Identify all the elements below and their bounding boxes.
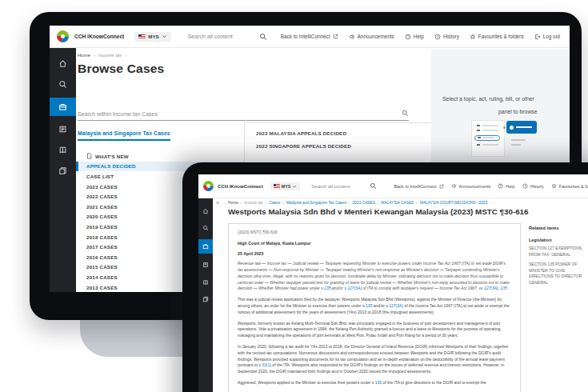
- rail-copy-icon[interactable]: [198, 294, 213, 306]
- announcements-button[interactable]: Announcements: [349, 34, 394, 40]
- favourites-button[interactable]: Favourites & folders: [470, 34, 524, 40]
- related-link-section-135[interactable]: SECTION 135 POWER OF MINISTER TO GIVE DI…: [529, 262, 586, 286]
- global-search-input[interactable]: Search all content: [311, 184, 350, 189]
- case-paragraph: Aggrieved, Westports applied to the Mini…: [238, 380, 511, 386]
- megaphone-icon: [349, 34, 355, 40]
- rail-archive-icon[interactable]: [198, 259, 213, 271]
- text-run: Westports, formerly known as Kelang Mult…: [238, 321, 502, 338]
- rail-home-icon[interactable]: [50, 56, 76, 71]
- chevron-down-icon: [292, 184, 297, 189]
- rail-book-icon[interactable]: [50, 142, 76, 158]
- inline-section-link[interactable]: 127(3A): [347, 286, 362, 290]
- logout-icon: [534, 34, 541, 40]
- result-2023-malaysia-appeals[interactable]: 2023 MALAYSIA APPEALS DECIDED: [245, 123, 431, 136]
- header-nav: Back to IntelliConnect Announcements Hel…: [394, 183, 588, 189]
- breadcrumb-income-tax[interactable]: Income tax: [244, 201, 262, 205]
- history-button[interactable]: History: [522, 183, 544, 189]
- inline-section-link[interactable]: 135: [501, 286, 507, 290]
- help-button[interactable]: Help: [405, 34, 424, 40]
- malaysia-flag-icon: [138, 34, 146, 39]
- rail-search-icon[interactable]: [50, 77, 76, 92]
- brand-name: CCH iKnowConnect: [218, 184, 263, 189]
- rail-browse-icon[interactable]: [198, 239, 213, 254]
- breadcrumb-my-sg-tax-cases[interactable]: Malaysia and Singapore Tax Cases: [286, 201, 346, 205]
- brand-logo-icon: [57, 30, 69, 42]
- external-link-icon: [333, 34, 338, 39]
- list-item-label: 2021 CASES: [86, 204, 118, 210]
- list-item-label: 2018 CASES: [86, 234, 118, 240]
- illustration-connector-dot: [503, 126, 506, 129]
- history-icon: [434, 34, 441, 40]
- back-to-intelliconnect-link[interactable]: Back to IntelliConnect: [281, 34, 338, 39]
- header-nav: Back to IntelliConnect Announcements Hel…: [281, 34, 560, 40]
- favourites-button[interactable]: Favourites & folders: [551, 183, 588, 189]
- inline-section-link[interactable]: 33(1): [262, 362, 271, 367]
- global-search-input[interactable]: Search all content: [188, 34, 233, 39]
- breadcrumb-income-tax[interactable]: Income tax: [98, 53, 122, 58]
- history-button[interactable]: History: [434, 34, 459, 40]
- region-selector[interactable]: MYS: [134, 32, 170, 42]
- announcements-button[interactable]: Announcements: [451, 183, 491, 189]
- case-catchwords: Revenue law — Income tax — Judicial revi…: [238, 261, 511, 292]
- breadcrumb: Home› Income tax› Cases› Malaysia and Si…: [228, 201, 491, 205]
- rail-home-icon[interactable]: [198, 205, 213, 217]
- list-item-label: 2015 CASES: [86, 264, 118, 270]
- star-icon: [551, 183, 557, 189]
- breadcrumb-court-decisions-2023[interactable]: MALAYSIA COURT DECISIONS - 2023: [420, 201, 487, 205]
- inline-section-link[interactable]: 127(3A): [389, 303, 403, 308]
- help-icon: [498, 183, 503, 189]
- breadcrumb-cases[interactable]: Cases: [269, 201, 280, 205]
- breadcrumb-separator: ›: [490, 201, 491, 205]
- tab-malaysia-singapore-tax-cases[interactable]: Malaysia and Singapore Tax Cases: [78, 130, 170, 141]
- help-button[interactable]: Help: [498, 183, 514, 189]
- text-run: of ITA to comply with taxpayer's request…: [362, 286, 484, 290]
- result-2022-singapore-appeals[interactable]: 2022 SINGAPORE APPEALS DECIDED: [245, 136, 431, 149]
- rail-expand-chevrons[interactable]: »: [216, 200, 219, 206]
- inline-section-link[interactable]: 135: [375, 380, 382, 385]
- case-date: 25 April 2023: [238, 250, 511, 257]
- scoped-search-field[interactable]: Search within Income tax Cases: [78, 105, 409, 121]
- list-item-label: CASE LIST: [86, 174, 114, 179]
- breadcrumb-2023-cases[interactable]: 2023 CASES: [352, 201, 374, 205]
- breadcrumb-separator: ›: [125, 53, 126, 58]
- rail-browse-icon[interactable]: [50, 98, 76, 116]
- breadcrumb-home[interactable]: Home: [78, 53, 90, 58]
- illustration-selected-card: [506, 121, 537, 134]
- rail-search-icon[interactable]: [198, 222, 213, 234]
- breadcrumb-separator: ›: [378, 201, 379, 205]
- breadcrumb-home[interactable]: Home: [228, 201, 238, 205]
- text-run: of the ITA to give directions to the DGI…: [382, 380, 486, 385]
- list-illustration: [471, 120, 505, 157]
- breadcrumb: Home › Income tax ›: [78, 53, 126, 58]
- search-icon[interactable]: [370, 182, 377, 190]
- app-rail: [50, 48, 76, 292]
- list-item-label: 2022 CASES: [86, 194, 118, 199]
- list-item-whats-new[interactable]: WHAT'S NEW: [76, 151, 244, 162]
- back-to-intelliconnect-link[interactable]: Back to IntelliConnect: [394, 184, 443, 189]
- rail-book-icon[interactable]: [198, 276, 213, 288]
- region-selector[interactable]: MYS: [270, 182, 301, 190]
- illustration-highlighted-row: [474, 135, 500, 141]
- preview-hint-line2: panel to browse: [498, 109, 538, 114]
- related-link-section-127[interactable]: SECTION 127 EXEMPTIONS FROM TAX: GENERAL: [529, 246, 586, 258]
- case-court: High Court of Malaya, Kuala Lumpur: [238, 240, 511, 246]
- list-item-label: 2020 CASES: [86, 214, 118, 219]
- brand-name: CCH iKnowConnect: [74, 34, 124, 39]
- text-run: and/or s: [372, 303, 389, 308]
- rail-copy-icon[interactable]: [50, 163, 76, 178]
- region-code: MYS: [148, 34, 158, 39]
- search-icon[interactable]: [402, 110, 409, 117]
- inline-section-link[interactable]: 127(3A): [484, 286, 498, 290]
- logout-button[interactable]: Log out: [534, 34, 560, 40]
- breadcrumb-malaysia-cases[interactable]: MALAYSIA CASES: [381, 201, 414, 205]
- breadcrumb-separator: ›: [266, 201, 267, 205]
- malaysia-flag-icon: [274, 184, 280, 188]
- scoped-search-input[interactable]: Search within Income tax Cases: [78, 111, 158, 117]
- search-icon[interactable]: [259, 33, 267, 41]
- text-run: .: [507, 286, 508, 290]
- rail-archive-icon[interactable]: [50, 122, 76, 137]
- related-items-heading: Related items: [529, 226, 586, 230]
- app-header: CCH iKnowConnect MYS Search all content …: [50, 26, 570, 48]
- case-paragraph: This was a judicial review application f…: [238, 297, 511, 315]
- front-device-frame: CCH iKnowConnect MYS Search all content …: [182, 162, 588, 392]
